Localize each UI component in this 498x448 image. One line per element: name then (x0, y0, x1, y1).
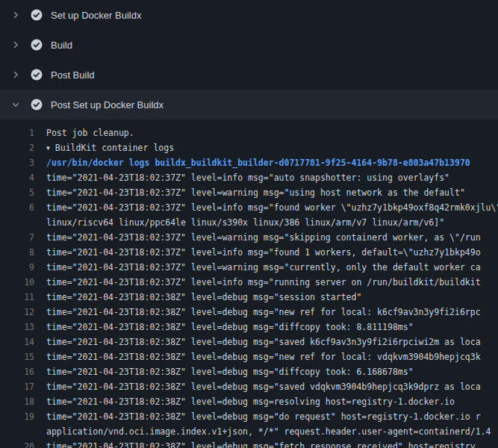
log-line-number[interactable]: 4 (0, 170, 34, 185)
check-circle-icon (31, 39, 43, 51)
log-line-number[interactable]: 6 (0, 200, 34, 215)
log-line-number[interactable]: 8 (0, 245, 34, 260)
log-line-text: time="2021-04-23T18:02:38Z" level=debug … (46, 409, 498, 424)
log-line-number[interactable]: 10 (0, 275, 34, 290)
chevron-right-icon (10, 10, 21, 20)
log-line-number[interactable]: 7 (0, 230, 34, 245)
step-label: Post Build (51, 69, 95, 81)
log-line-text: time="2021-04-23T18:02:37Z" level=info m… (46, 200, 498, 215)
log-line-text: time="2021-04-23T18:02:37Z" level=info m… (46, 275, 498, 290)
steps-list: Set up Docker Buildx Build P (0, 0, 498, 119)
log-line: 15 time="2021-04-23T18:02:38Z" level=deb… (0, 349, 498, 364)
log-line: 10 time="2021-04-23T18:02:37Z" level=inf… (0, 275, 498, 290)
log-line-number[interactable]: 5 (0, 185, 34, 200)
log-line-text: time="2021-04-23T18:02:38Z" level=debug … (46, 349, 498, 364)
chevron-down-icon (10, 99, 21, 110)
log-line-text: application/vnd.oci.image.index.v1+json,… (46, 424, 498, 439)
log-line: 18 time="2021-04-23T18:02:38Z" level=deb… (0, 394, 498, 409)
log-line-number[interactable]: 12 (0, 305, 34, 320)
step-row-build[interactable]: Build (0, 30, 498, 60)
log-line-number[interactable]: 15 (0, 349, 34, 364)
log-line-text: time="2021-04-23T18:02:38Z" level=debug … (46, 305, 498, 320)
log-line: 3 /usr/bin/docker logs buildx_buildkit_b… (0, 155, 498, 170)
log-line-text: time="2021-04-23T18:02:38Z" level=debug … (46, 335, 498, 349)
log-line: 12 time="2021-04-23T18:02:38Z" level=deb… (0, 305, 498, 320)
log-line-number[interactable]: 14 (0, 335, 34, 349)
log-line: 1 Post job cleanup. (0, 125, 498, 140)
log-line: 20 time="2021-04-23T18:02:38Z" level=deb… (0, 439, 498, 448)
log-line-text: time="2021-04-23T18:02:38Z" level=debug … (46, 290, 498, 305)
step-row-set-up-docker-buildx[interactable]: Set up Docker Buildx (0, 0, 498, 30)
log-line-text: time="2021-04-23T18:02:38Z" level=debug … (46, 439, 498, 448)
step-row-post-build[interactable]: Post Build (0, 60, 498, 90)
step-label: Post Set up Docker Buildx (51, 99, 164, 111)
group-label[interactable]: BuildKit container logs (55, 143, 174, 153)
log-line: 13 time="2021-04-23T18:02:38Z" level=deb… (0, 320, 498, 335)
log-line-number (0, 424, 34, 439)
log-line: 11 time="2021-04-23T18:02:38Z" level=deb… (0, 290, 498, 305)
log-line: 2 ▼BuildKit container logs (0, 140, 498, 155)
check-circle-icon (31, 9, 43, 21)
log-line: 14 time="2021-04-23T18:02:38Z" level=deb… (0, 335, 498, 349)
log-line: 17 time="2021-04-23T18:02:38Z" level=deb… (0, 379, 498, 394)
log-line-number[interactable]: 1 (0, 125, 34, 140)
log-line: 9 time="2021-04-23T18:02:37Z" level=warn… (0, 260, 498, 275)
command-line-text: /usr/bin/docker logs buildx_buildkit_bui… (46, 155, 498, 170)
log-line-number[interactable]: 9 (0, 260, 34, 275)
log-line-text: time="2021-04-23T18:02:38Z" level=debug … (46, 320, 498, 335)
log-line-text: time="2021-04-23T18:02:37Z" level=info m… (46, 245, 498, 260)
log-line-number[interactable]: 16 (0, 364, 34, 379)
log-line-text: time="2021-04-23T18:02:37Z" level=info m… (46, 170, 498, 185)
log-line-text: Post job cleanup. (46, 125, 498, 140)
log-line-number[interactable]: 17 (0, 379, 34, 394)
log-line: 6 time="2021-04-23T18:02:37Z" level=info… (0, 200, 498, 215)
log-line-text: ▼BuildKit container logs (46, 140, 498, 155)
log-line: 5 time="2021-04-23T18:02:37Z" level=warn… (0, 185, 498, 200)
log-area: 1 Post job cleanup. 2 ▼BuildKit containe… (0, 119, 498, 448)
log-line-text: time="2021-04-23T18:02:37Z" level=warnin… (46, 185, 498, 200)
log-line-number[interactable]: 18 (0, 394, 34, 409)
step-label: Build (51, 40, 72, 51)
log-line-number[interactable]: 3 (0, 155, 34, 170)
step-label: Set up Docker Buildx (51, 10, 141, 21)
log-line: linux/riscv64 linux/ppc64le linux/s390x … (0, 215, 498, 230)
check-circle-icon (31, 99, 43, 111)
log-line: 19 time="2021-04-23T18:02:38Z" level=deb… (0, 409, 498, 424)
log-line: 4 time="2021-04-23T18:02:37Z" level=info… (0, 170, 498, 185)
chevron-right-icon (10, 69, 21, 80)
log-line: 8 time="2021-04-23T18:02:37Z" level=info… (0, 245, 498, 260)
chevron-right-icon (10, 40, 21, 50)
triangle-down-icon[interactable]: ▼ (46, 141, 50, 155)
log-line-number[interactable]: 13 (0, 320, 34, 335)
log-line-number[interactable]: 20 (0, 439, 34, 448)
log-line-text: time="2021-04-23T18:02:37Z" level=warnin… (46, 230, 498, 245)
actions-log-viewer: Set up Docker Buildx Build P (0, 0, 498, 448)
log-line-text: time="2021-04-23T18:02:38Z" level=debug … (46, 364, 498, 379)
log-line: 7 time="2021-04-23T18:02:37Z" level=warn… (0, 230, 498, 245)
log-line: 16 time="2021-04-23T18:02:38Z" level=deb… (0, 364, 498, 379)
log-line-number (0, 215, 34, 230)
step-row-post-set-up-docker-buildx[interactable]: Post Set up Docker Buildx (0, 90, 498, 119)
log-line: application/vnd.oci.image.index.v1+json,… (0, 424, 498, 439)
log-line-text: time="2021-04-23T18:02:38Z" level=debug … (46, 394, 498, 409)
log-line-number[interactable]: 2 (0, 140, 34, 155)
check-circle-icon (31, 69, 43, 81)
log-line-text: time="2021-04-23T18:02:37Z" level=warnin… (46, 260, 498, 275)
log-line-number[interactable]: 19 (0, 409, 34, 424)
log-line-text: linux/riscv64 linux/ppc64le linux/s390x … (46, 215, 498, 230)
log-line-number[interactable]: 11 (0, 290, 34, 305)
log-line-text: time="2021-04-23T18:02:38Z" level=debug … (46, 379, 498, 394)
